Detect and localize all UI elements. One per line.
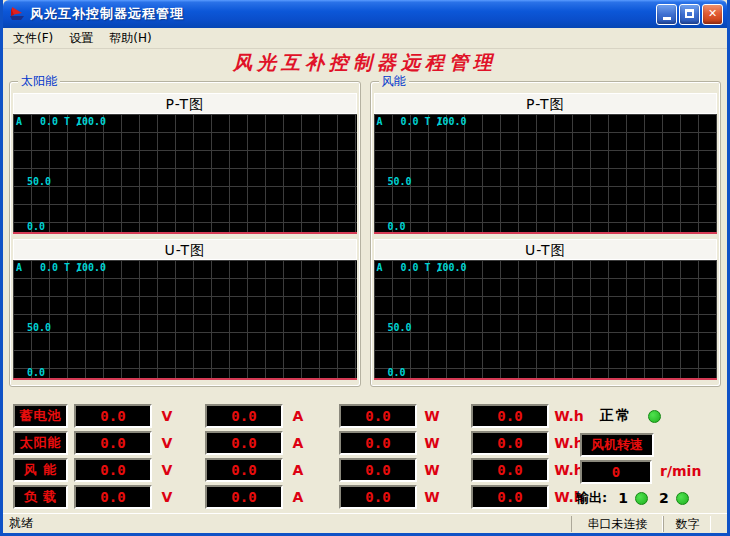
resize-grip[interactable] [711, 514, 727, 534]
unit-watt: W [417, 462, 447, 478]
statusbar-serial-status: 串口未连接 [571, 516, 663, 532]
unit-watt: W [417, 408, 447, 424]
wind-ut-chart-card: U-T图 A 0.0 T / 100.0 50.0 0.0 [374, 239, 718, 380]
wind-label: 风 能 [13, 458, 68, 482]
battery-voltage-display: 0.0 [74, 404, 152, 428]
x-axis-baseline [13, 378, 357, 380]
menu-file[interactable]: 文件(F) [5, 28, 61, 49]
y-axis-min-tick: 0.0 [388, 221, 406, 232]
battery-label: 蓄电池 [13, 404, 68, 428]
group-solar-label: 太阳能 [18, 74, 60, 88]
output-1-led [635, 492, 648, 505]
x-axis-baseline [13, 232, 357, 234]
titlebar[interactable]: 风光互补控制器远程管理 ✕ [3, 0, 727, 28]
solar-voltage-display: 0.0 [74, 431, 152, 455]
y-axis-max-tick: 100.0 [76, 262, 106, 273]
unit-volt: V [152, 435, 182, 451]
maximize-button[interactable] [679, 4, 700, 25]
app-window: 风光互补控制器远程管理 ✕ 文件(F) 设置 帮助(H) 风光互补控制器远程管理… [0, 0, 730, 536]
wind-ut-chart-title: U-T图 [374, 239, 718, 260]
unit-volt: V [152, 489, 182, 505]
output-label: 输出: [576, 489, 607, 507]
menu-help[interactable]: 帮助(H) [101, 28, 159, 49]
app-icon [8, 6, 26, 22]
solar-pt-chart-title: P-T图 [13, 93, 357, 114]
wind-pt-chart: A 0.0 T / 100.0 50.0 0.0 [374, 114, 718, 234]
unit-amp: A [283, 435, 313, 451]
y-axis-unit: A [377, 116, 383, 127]
y-axis-max-tick: 100.0 [76, 116, 106, 127]
wind-current-display: 0.0 [205, 458, 283, 482]
x-axis-baseline [374, 378, 718, 380]
y-axis-unit: A [16, 116, 22, 127]
y-axis-mid-tick: 50.0 [27, 322, 51, 333]
load-voltage-display: 0.0 [74, 485, 152, 509]
unit-amp: A [283, 489, 313, 505]
unit-watt: W [417, 489, 447, 505]
fan-speed-label: 风机转速 [580, 433, 654, 457]
y-axis-min-tick: 0.0 [27, 221, 45, 232]
y-axis-max-tick: 100.0 [437, 262, 467, 273]
system-status-led [648, 410, 661, 423]
wind-ut-chart: A 0.0 T / 100.0 50.0 0.0 [374, 260, 718, 380]
wind-energy-display: 0.0 [471, 458, 549, 482]
load-energy-display: 0.0 [471, 485, 549, 509]
solar-ut-chart: A 0.0 T / 100.0 50.0 0.0 [13, 260, 357, 380]
unit-amp: A [283, 408, 313, 424]
y-axis-min-tick: 0.0 [388, 367, 406, 378]
y-axis-unit: A [16, 262, 22, 273]
solar-power-display: 0.0 [339, 431, 417, 455]
load-label: 负 载 [13, 485, 68, 509]
load-power-display: 0.0 [339, 485, 417, 509]
main-content: 风光互补控制器远程管理 太阳能 P-T图 A 0.0 T / 100.0 50.… [3, 49, 727, 513]
window-title: 风光互补控制器远程管理 [30, 5, 656, 23]
fan-speed-unit: r/min [660, 463, 701, 479]
unit-volt: V [152, 408, 182, 424]
wind-power-display: 0.0 [339, 458, 417, 482]
y-axis-min-tick: 0.0 [27, 367, 45, 378]
page-title: 风光互补控制器远程管理 [3, 50, 727, 74]
menu-settings[interactable]: 设置 [61, 28, 101, 49]
battery-energy-display: 0.0 [471, 404, 549, 428]
wind-pt-chart-title: P-T图 [374, 93, 718, 114]
solar-ut-chart-card: U-T图 A 0.0 T / 100.0 50.0 0.0 [13, 239, 357, 380]
unit-watt: W [417, 435, 447, 451]
load-current-display: 0.0 [205, 485, 283, 509]
statusbar-ready-text: 就绪 [3, 515, 571, 532]
statusbar-mode: 数字 [663, 516, 711, 532]
wind-pt-chart-card: P-T图 A 0.0 T / 100.0 50.0 0.0 [374, 93, 718, 234]
group-wind: 风能 P-T图 A 0.0 T / 100.0 50.0 0.0 U-T图 [370, 81, 722, 387]
solar-label: 太阳能 [13, 431, 68, 455]
battery-power-display: 0.0 [339, 404, 417, 428]
system-status-label: 正常 [600, 407, 632, 425]
y-axis-unit: A [377, 262, 383, 273]
solar-ut-chart-title: U-T图 [13, 239, 357, 260]
unit-volt: V [152, 462, 182, 478]
y-axis-max-tick: 100.0 [437, 116, 467, 127]
wind-voltage-display: 0.0 [74, 458, 152, 482]
readouts-panel: 蓄电池 0.0 V 0.0 A 0.0 W 0.0 W.h 太阳能 0.0 V … [3, 404, 727, 509]
x-axis-baseline [374, 232, 718, 234]
group-wind-label: 风能 [379, 74, 409, 88]
y-axis-mid-tick: 50.0 [388, 322, 412, 333]
unit-watthour: W.h [549, 408, 589, 424]
output-2-led [676, 492, 689, 505]
solar-pt-chart: A 0.0 T / 100.0 50.0 0.0 [13, 114, 357, 234]
solar-current-display: 0.0 [205, 431, 283, 455]
minimize-button[interactable] [656, 4, 677, 25]
output-1-number: 1 [618, 490, 628, 506]
y-axis-mid-tick: 50.0 [27, 176, 51, 187]
menubar: 文件(F) 设置 帮助(H) [3, 28, 727, 49]
group-solar: 太阳能 P-T图 A 0.0 T / 100.0 50.0 0.0 U-T图 [9, 81, 361, 387]
solar-pt-chart-card: P-T图 A 0.0 T / 100.0 50.0 0.0 [13, 93, 357, 234]
battery-current-display: 0.0 [205, 404, 283, 428]
solar-energy-display: 0.0 [471, 431, 549, 455]
statusbar: 就绪 串口未连接 数字 [3, 513, 727, 533]
output-2-number: 2 [659, 490, 669, 506]
close-button[interactable]: ✕ [702, 4, 723, 25]
fan-speed-display: 0 [580, 460, 652, 484]
unit-amp: A [283, 462, 313, 478]
y-axis-mid-tick: 50.0 [388, 176, 412, 187]
